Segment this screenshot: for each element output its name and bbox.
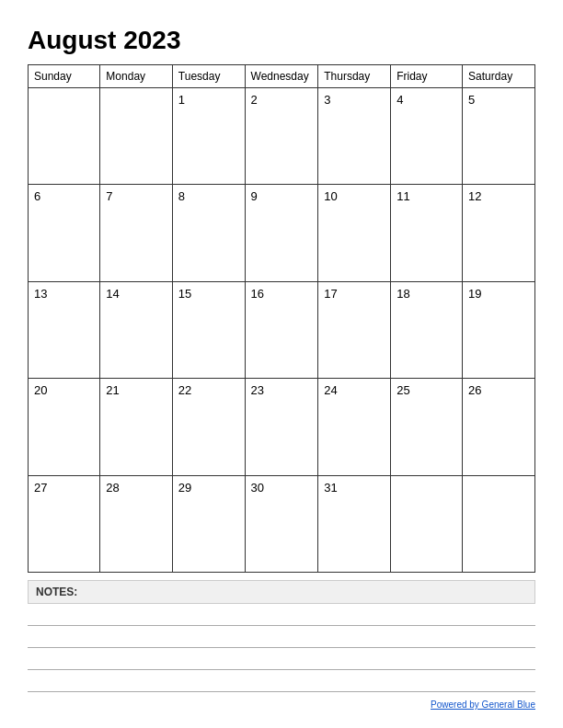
calendar-cell: 27 xyxy=(29,475,100,572)
day-number: 11 xyxy=(396,189,456,203)
calendar-week-2: 6789101112 xyxy=(29,185,535,281)
day-number: 17 xyxy=(324,287,385,301)
day-number: 25 xyxy=(396,383,456,397)
calendar-body: 1234567891011121314151617181920212223242… xyxy=(29,88,535,573)
calendar-cell: 28 xyxy=(100,475,172,572)
column-header-thursday: Thursday xyxy=(318,65,391,88)
notes-line xyxy=(28,652,535,670)
day-number: 21 xyxy=(106,383,166,397)
header-row: SundayMondayTuesdayWednesdayThursdayFrid… xyxy=(29,65,535,88)
calendar-cell: 15 xyxy=(172,281,245,378)
day-number: 6 xyxy=(34,189,94,203)
day-number: 3 xyxy=(324,93,385,107)
calendar-cell: 6 xyxy=(29,185,100,281)
calendar-cell: 8 xyxy=(172,185,245,281)
calendar-cell: 3 xyxy=(318,88,391,185)
calendar-cell: 17 xyxy=(318,281,391,378)
day-number: 16 xyxy=(251,287,313,301)
calendar-cell: 30 xyxy=(245,475,318,572)
day-number: 9 xyxy=(251,189,313,203)
calendar-cell: 18 xyxy=(391,281,463,378)
calendar-cell xyxy=(29,88,100,185)
calendar-cell: 31 xyxy=(318,475,391,572)
notes-label: NOTES: xyxy=(28,580,535,604)
notes-line xyxy=(28,630,535,648)
day-number: 4 xyxy=(396,93,456,107)
day-number: 7 xyxy=(106,189,166,203)
day-number: 10 xyxy=(324,189,385,203)
calendar-title: August 2023 xyxy=(28,26,535,55)
day-number: 12 xyxy=(468,189,529,203)
calendar-cell: 25 xyxy=(391,379,463,475)
calendar-cell: 14 xyxy=(100,281,172,378)
calendar-cell: 7 xyxy=(100,185,172,281)
day-number: 5 xyxy=(468,93,529,107)
calendar-cell: 2 xyxy=(245,88,318,185)
day-number: 15 xyxy=(178,287,239,301)
notes-line xyxy=(28,674,535,692)
calendar-cell: 5 xyxy=(463,88,535,185)
calendar-table: SundayMondayTuesdayWednesdayThursdayFrid… xyxy=(28,64,535,573)
day-number: 1 xyxy=(178,93,239,107)
calendar-cell: 22 xyxy=(172,379,245,475)
column-header-tuesday: Tuesday xyxy=(172,65,245,88)
day-number: 28 xyxy=(106,481,166,495)
day-number: 13 xyxy=(34,287,94,301)
calendar-cell: 9 xyxy=(245,185,318,281)
day-number: 24 xyxy=(324,383,385,397)
calendar-cell: 12 xyxy=(463,185,535,281)
calendar-cell xyxy=(100,88,172,185)
calendar-cell: 1 xyxy=(172,88,245,185)
calendar-week-1: 12345 xyxy=(29,88,535,185)
powered-by-link[interactable]: Powered by General Blue xyxy=(431,700,535,710)
day-number: 30 xyxy=(251,481,313,495)
notes-line xyxy=(28,608,535,626)
day-number: 29 xyxy=(178,481,239,495)
day-number: 14 xyxy=(106,287,166,301)
notes-section: NOTES: xyxy=(28,580,535,692)
day-number: 31 xyxy=(324,481,385,495)
calendar-cell: 4 xyxy=(391,88,463,185)
calendar-cell: 13 xyxy=(29,281,100,378)
calendar-cell: 19 xyxy=(463,281,535,378)
notes-lines xyxy=(28,608,535,692)
column-header-saturday: Saturday xyxy=(463,65,535,88)
calendar-cell xyxy=(391,475,463,572)
day-number: 26 xyxy=(468,383,529,397)
day-number: 20 xyxy=(34,383,94,397)
column-header-friday: Friday xyxy=(391,65,463,88)
day-number: 22 xyxy=(178,383,239,397)
column-header-wednesday: Wednesday xyxy=(245,65,318,88)
footer: Powered by General Blue xyxy=(28,700,535,710)
calendar-cell: 24 xyxy=(318,379,391,475)
calendar-week-5: 2728293031 xyxy=(29,475,535,572)
calendar-cell: 23 xyxy=(245,379,318,475)
calendar-cell xyxy=(463,475,535,572)
calendar-header: SundayMondayTuesdayWednesdayThursdayFrid… xyxy=(29,65,535,88)
day-number: 18 xyxy=(396,287,456,301)
calendar-week-3: 13141516171819 xyxy=(29,281,535,378)
day-number: 19 xyxy=(468,287,529,301)
day-number: 8 xyxy=(178,189,239,203)
calendar-week-4: 20212223242526 xyxy=(29,379,535,475)
day-number: 23 xyxy=(251,383,313,397)
page: August 2023 SundayMondayTuesdayWednesday… xyxy=(0,0,563,728)
day-number: 2 xyxy=(251,93,313,107)
calendar-cell: 10 xyxy=(318,185,391,281)
calendar-cell: 20 xyxy=(29,379,100,475)
column-header-monday: Monday xyxy=(100,65,172,88)
calendar-cell: 21 xyxy=(100,379,172,475)
calendar-cell: 26 xyxy=(463,379,535,475)
column-header-sunday: Sunday xyxy=(29,65,100,88)
calendar-cell: 11 xyxy=(391,185,463,281)
day-number: 27 xyxy=(34,481,94,495)
calendar-cell: 29 xyxy=(172,475,245,572)
calendar-cell: 16 xyxy=(245,281,318,378)
